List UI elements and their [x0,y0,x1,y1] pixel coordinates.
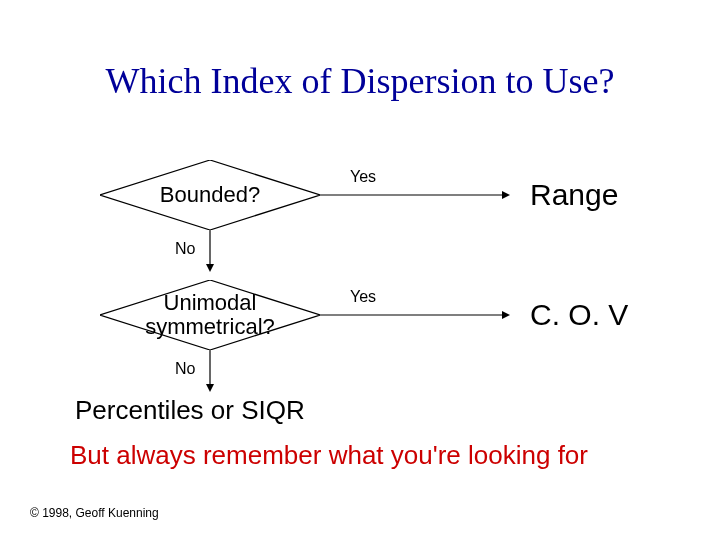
arrow-unimodal-yes [320,310,510,322]
decision-bounded: Bounded? [100,160,320,230]
svg-marker-2 [502,191,510,199]
svg-marker-4 [206,264,214,272]
label-unimodal-no: No [175,360,195,378]
decision-unimodal-label: Unimodal symmetrical? [100,280,320,350]
arrow-unimodal-no [205,350,217,392]
label-unimodal-yes: Yes [350,288,376,306]
decision-unimodal: Unimodal symmetrical? [100,280,320,350]
slide-title: Which Index of Dispersion to Use? [0,60,720,102]
outcome-percentiles: Percentiles or SIQR [75,395,305,426]
svg-marker-9 [206,384,214,392]
svg-marker-7 [502,311,510,319]
outcome-range: Range [530,178,618,212]
label-bounded-no: No [175,240,195,258]
copyright: © 1998, Geoff Kuenning [30,506,159,520]
outcome-cov: C. O. V [530,298,628,332]
footer-note: But always remember what you're looking … [70,440,588,471]
decision-bounded-label: Bounded? [100,160,320,230]
label-bounded-yes: Yes [350,168,376,186]
arrow-bounded-no [205,230,217,272]
arrow-bounded-yes [320,190,510,202]
